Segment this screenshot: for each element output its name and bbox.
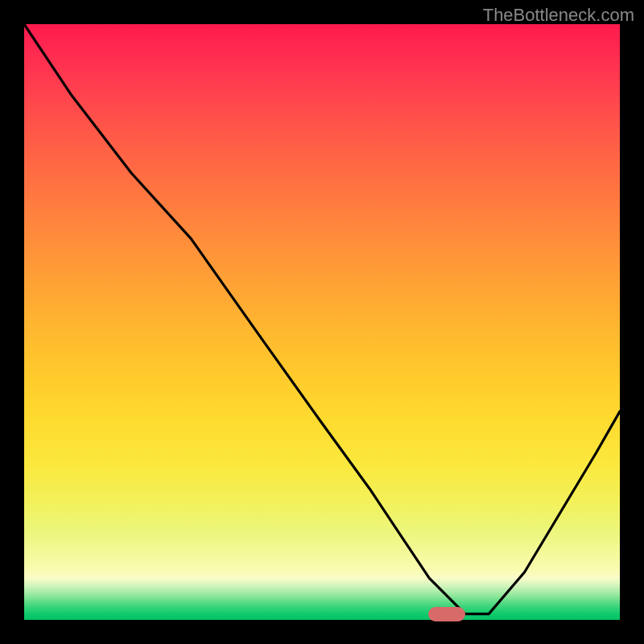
watermark-text: TheBottleneck.com	[483, 5, 634, 26]
chart-plot-area	[24, 24, 620, 620]
bottleneck-curve	[24, 24, 620, 620]
optimal-point-marker	[428, 607, 465, 621]
